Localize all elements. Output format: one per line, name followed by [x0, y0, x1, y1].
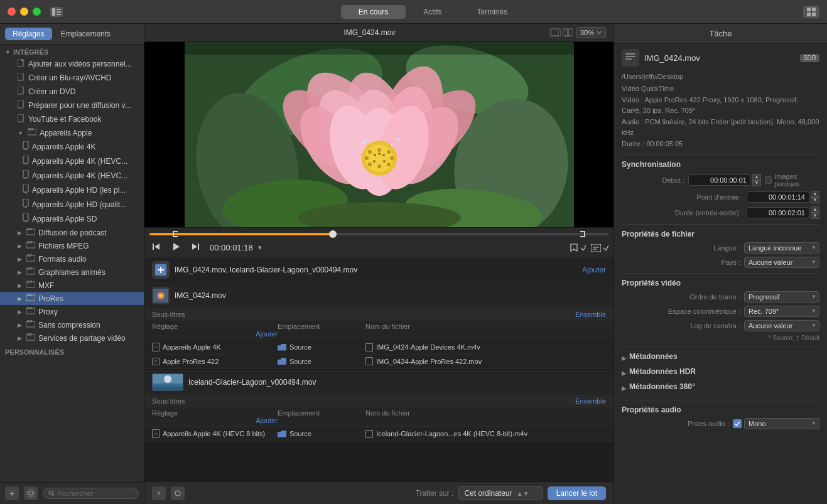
sidebar-item-applesd[interactable]: Appareils Apple SD [0, 212, 144, 226]
main-layout: Réglages Emplacements ▼ INTÉGRÉS Ajouter… [0, 24, 827, 504]
play-button[interactable] [168, 240, 183, 255]
sidebar-item-apple4k-hevc1[interactable]: Appareils Apple 4K (HEVC... [0, 154, 144, 168]
settings-button[interactable] [24, 486, 38, 500]
duree-step-down[interactable]: ▼ [811, 213, 819, 219]
process-selector[interactable]: Cet ordinateur ▲▼ [458, 486, 542, 500]
sidebar-item-applehd-plupart[interactable]: Appareils Apple HD (les pl... [0, 183, 144, 197]
svg-rect-9 [18, 73, 23, 80]
metadata-360-section[interactable]: ▶ Métadonnées 360° [622, 382, 819, 395]
pistes-checkbox[interactable] [733, 419, 742, 428]
settings-job-button[interactable] [171, 486, 185, 500]
timecode-dropdown[interactable]: ▾ [258, 244, 262, 252]
tab-actifs[interactable]: Actifs [406, 5, 459, 19]
pistes-dropdown[interactable]: Mono [744, 418, 819, 429]
aspect-2-button[interactable] [562, 28, 573, 37]
pe-step-up[interactable]: ▲ [811, 191, 819, 197]
ensemble-button-1[interactable]: Ensemble [575, 311, 606, 318]
ensemble-button-2[interactable]: Ensemble [575, 397, 606, 405]
metadata-hdr-chevron: ▶ [622, 370, 627, 377]
cell-reglage-1-2: P Apple ProRes 422 [152, 358, 278, 365]
svg-point-46 [27, 490, 35, 497]
right-panel-content: IMG_0424.mov SDR /Users/jeffy/Desktop Vi… [614, 44, 827, 504]
pays-dropdown[interactable]: Aucune valeur [744, 257, 819, 268]
langue-dropdown[interactable]: Langue inconnue [744, 242, 819, 254]
svg-rect-5 [812, 8, 816, 11]
col-ajouter-2[interactable]: Ajouter [152, 417, 278, 424]
svg-rect-50 [564, 29, 568, 36]
images-perdues-checkbox[interactable] [765, 176, 772, 184]
bookmark-button[interactable] [570, 243, 586, 253]
right-panel-header: Tâche [614, 24, 827, 44]
tab-termines[interactable]: Terminés [460, 5, 526, 19]
duree-input[interactable]: 00:00:02:01 [747, 207, 809, 218]
point-entree-input[interactable]: 00:00:01:14 [747, 191, 809, 203]
svg-rect-3 [57, 14, 61, 15]
search-box[interactable]: Rechercher [43, 488, 139, 499]
transport-bar: 00:00:01:18 ▾ [144, 227, 613, 257]
log-camera-dropdown[interactable]: Aucune valeur [744, 320, 819, 331]
sidebar-content: ▼ INTÉGRÉS Ajouter aux vidéos personnel.… [0, 45, 144, 482]
metadata-hdr-section[interactable]: ▶ Métadonnées HDR [622, 367, 819, 380]
grid-icon[interactable] [803, 6, 819, 18]
sidebar-tab-reglages[interactable]: Réglages [5, 28, 52, 40]
job-add-button-1[interactable]: Ajouter [582, 265, 606, 274]
debut-input[interactable]: 00:00:00:01 [688, 174, 751, 186]
debut-step-down[interactable]: ▼ [752, 180, 761, 186]
cell-emplacement-1-2: Source [278, 358, 365, 365]
sidebar-item-audio[interactable]: ▶ Formats audio [0, 252, 144, 265]
group-icon5 [26, 267, 35, 277]
sidebar-item-mpeg[interactable]: ▶ Fichiers MPEG [0, 239, 144, 252]
launch-button[interactable]: Lancer le lot [548, 486, 606, 500]
pe-step-down[interactable]: ▼ [811, 197, 819, 203]
sidebar-item-sans-compression[interactable]: ▶ Sans compression [0, 318, 144, 331]
minimize-button[interactable] [20, 8, 28, 16]
zoom-selector[interactable]: 30% [576, 27, 606, 38]
ordre-trame-dropdown[interactable]: Progressif [744, 291, 819, 303]
group-icon2 [26, 228, 35, 237]
metadata-hdr-title: Métadonnées HDR [629, 367, 696, 376]
sidebar-item-ajouter-videos[interactable]: Ajouter aux vidéos personnel... [0, 57, 144, 71]
metadata-section[interactable]: ▶ Métadonnées [622, 352, 819, 365]
maximize-button[interactable] [33, 8, 41, 16]
point-entree-label: Point d'entrée : [680, 193, 743, 201]
duree-stepper: ▲ ▼ [811, 206, 819, 219]
col-ajouter-1[interactable]: Ajouter [152, 330, 278, 338]
sidebar-item-bluray[interactable]: Créer un Blu-ray/AVCHD [0, 71, 144, 85]
sidebar-item-podcast[interactable]: ▶ Diffusion de podcast [0, 226, 144, 239]
sidebar-item-appareils-apple-group[interactable]: ▼ Appareils Apple [0, 126, 144, 139]
metadata-360-title: Métadonnées 360° [629, 382, 695, 391]
sidebar-item-apple4k[interactable]: Appareils Apple 4K [0, 139, 144, 154]
debut-stepper: ▲ ▼ [752, 174, 761, 186]
caption-button[interactable] [591, 244, 608, 252]
sidebar-item-proxy[interactable]: ▶ Proxy [0, 305, 144, 318]
sidebar-item-youtube[interactable]: YouTube et Facebook [0, 112, 144, 126]
file-info-icon [622, 49, 639, 67]
sidebar-toggle-icon[interactable] [50, 7, 63, 17]
espace-colo-dropdown[interactable]: Rec. 709* [744, 306, 819, 317]
go-start-button[interactable] [149, 241, 163, 254]
tab-en-cours[interactable]: En cours [341, 5, 406, 19]
sidebar-item-apple4k-hevc2[interactable]: Appareils Apple 4K (HEVC... [0, 168, 144, 183]
sidebar-item-mxf[interactable]: ▶ MXF [0, 279, 144, 292]
scrubber[interactable] [149, 230, 608, 238]
aspect-1-button[interactable] [549, 28, 561, 37]
add-item-button[interactable]: + [5, 486, 19, 500]
add-job-button[interactable]: + [152, 486, 166, 500]
sidebar-tab-emplacements[interactable]: Emplacements [53, 28, 118, 40]
svg-rect-12 [18, 114, 23, 122]
sidebar-item-graphismes[interactable]: ▶ Graphismes animés [0, 265, 144, 279]
sidebar-item-prores[interactable]: ▶ ProRes [0, 292, 144, 305]
duree-step-up[interactable]: ▲ [811, 206, 819, 213]
sidebar-item-diffusion[interactable]: Préparer pour une diffusion v... [0, 99, 144, 112]
sidebar-item-applehd-qualit[interactable]: Appareils Apple HD (qualit... [0, 197, 144, 212]
device-icon6 [23, 213, 29, 224]
debut-step-up[interactable]: ▲ [752, 174, 761, 180]
debut-row: Début : 00:00:00:01 ▲ ▼ Images perdues [622, 173, 819, 188]
subtitle-header-2: Sous-titres Ensemble [144, 395, 613, 407]
sidebar-item-partage[interactable]: ▶ Services de partage vidéo [0, 331, 144, 345]
close-button[interactable] [8, 8, 16, 16]
traffic-lights [8, 7, 63, 17]
scrubber-handle[interactable] [329, 230, 337, 238]
go-end-button[interactable] [188, 241, 202, 254]
sidebar-item-dvd[interactable]: Créer un DVD [0, 85, 144, 99]
